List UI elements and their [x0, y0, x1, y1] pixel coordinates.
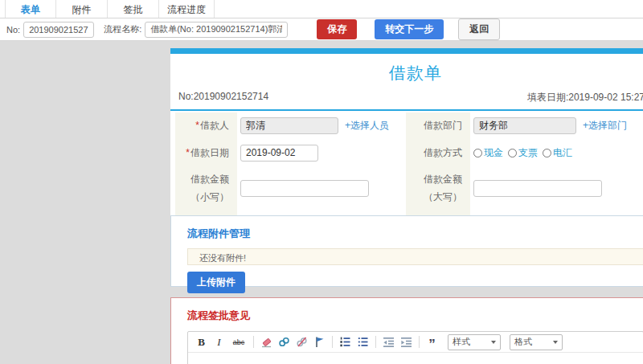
loan-method-label: 借款方式 — [406, 140, 470, 167]
no-attachments-alert: 还没有附件! — [187, 248, 643, 265]
link-icon[interactable] — [277, 335, 291, 349]
method-cash-radio[interactable] — [473, 149, 482, 157]
method-wire-radio[interactable] — [543, 149, 551, 157]
select-department-link[interactable]: +选择部门 — [583, 119, 627, 133]
divider-line — [170, 109, 643, 111]
upload-attachment-button[interactable]: 上传附件 — [187, 272, 245, 293]
forward-next-step-button[interactable]: 转交下一步 — [375, 19, 444, 39]
method-check-radio[interactable] — [508, 149, 517, 157]
top-accent-bar — [170, 48, 643, 54]
toolbar-separator — [332, 336, 333, 348]
unlink-icon[interactable] — [295, 335, 309, 349]
department-label: 借款部门 — [406, 112, 470, 140]
tab-approval[interactable]: 签批 — [108, 0, 159, 18]
tab-bar: 表单 附件 签批 流程进度 — [0, 0, 643, 18]
tab-form[interactable]: 表单 — [5, 0, 56, 18]
format-select[interactable]: 格式 — [510, 334, 563, 350]
editor-body[interactable] — [188, 353, 643, 364]
flow-name-input[interactable] — [145, 22, 288, 38]
amount-big-field — [470, 166, 643, 211]
method-wire-option[interactable]: 电汇 — [543, 146, 572, 160]
required-asterisk: * — [195, 120, 199, 131]
no-input[interactable] — [23, 22, 94, 38]
method-cash-option[interactable]: 现金 — [473, 146, 503, 160]
toolbar-separator — [419, 336, 420, 348]
select-person-link[interactable]: +选择人员 — [345, 119, 389, 133]
content-area: 借款单 No:20190902152714 填表日期:2019-09-02 15… — [0, 41, 643, 364]
doc-number: No:20190902152714 — [178, 91, 268, 104]
ordered-list-icon[interactable] — [338, 335, 352, 349]
attachments-header: 流程附件管理 — [187, 227, 643, 241]
loan-date-input[interactable] — [240, 145, 318, 162]
amount-small-input[interactable] — [240, 180, 369, 197]
italic-icon[interactable]: I — [212, 335, 226, 349]
indent-icon[interactable] — [399, 335, 413, 349]
remove-format-icon[interactable] — [260, 335, 273, 349]
attachments-panel: 流程附件管理 还没有附件! 上传附件 — [170, 215, 643, 287]
loan-date-label: *借款日期 — [175, 140, 237, 167]
loan-method-radio-group: 现金 支票 电汇 — [473, 146, 572, 160]
toolbar-separator — [375, 336, 376, 348]
amount-small-field — [237, 166, 406, 211]
amount-small-label: 借款金额（小写） — [175, 166, 237, 211]
action-toolbar: No: 流程名称: 保存 转交下一步 返回 — [0, 18, 643, 41]
form-title: 借款单 — [170, 54, 643, 89]
loan-method-field: 现金 支票 电汇 — [470, 140, 643, 167]
chevron-down-icon — [491, 341, 496, 344]
borrower-input[interactable] — [240, 117, 338, 134]
doc-meta-row: No:20190902152714 填表日期:2019-09-02 15:27:… — [170, 89, 643, 109]
tab-progress[interactable]: 流程进度 — [159, 0, 215, 18]
borrower-field: +选择人员 — [237, 112, 406, 140]
amount-big-input[interactable] — [473, 180, 602, 197]
unordered-list-icon[interactable] — [356, 335, 370, 349]
approval-panel: 流程签批意见 B I abc — [170, 297, 643, 364]
editor-toolbar: B I abc — [188, 332, 643, 353]
required-asterisk: * — [186, 147, 190, 158]
save-button[interactable]: 保存 — [317, 19, 357, 39]
anchor-flag-icon[interactable] — [313, 335, 326, 349]
back-button[interactable]: 返回 — [458, 18, 500, 40]
blockquote-icon[interactable]: ” — [425, 335, 439, 349]
department-field: +选择部门 — [470, 112, 643, 140]
no-label: No: — [6, 25, 20, 35]
method-check-option[interactable]: 支票 — [508, 146, 538, 160]
outdent-icon[interactable] — [382, 335, 395, 349]
chevron-down-icon — [553, 341, 558, 344]
doc-fill-date: 填表日期:2019-09-02 15:27:1 — [527, 91, 643, 104]
rich-text-editor: B I abc — [187, 331, 643, 364]
styles-select[interactable]: 样式 — [448, 334, 501, 350]
borrower-label: *借款人 — [175, 112, 237, 140]
page: 表单 附件 签批 流程进度 No: 流程名称: 保存 转交下一步 返回 借款单 … — [0, 0, 643, 364]
approval-header: 流程签批意见 — [187, 309, 643, 323]
strikethrough-icon[interactable]: abc — [230, 335, 248, 349]
loan-date-field — [237, 140, 406, 167]
bold-icon[interactable]: B — [195, 335, 208, 349]
department-input[interactable] — [473, 117, 576, 134]
toolbar-separator — [253, 336, 254, 348]
flow-name-label: 流程名称: — [104, 23, 141, 35]
amount-big-label: 借款金额（大写） — [406, 166, 470, 211]
tab-attachments[interactable]: 附件 — [56, 0, 108, 18]
